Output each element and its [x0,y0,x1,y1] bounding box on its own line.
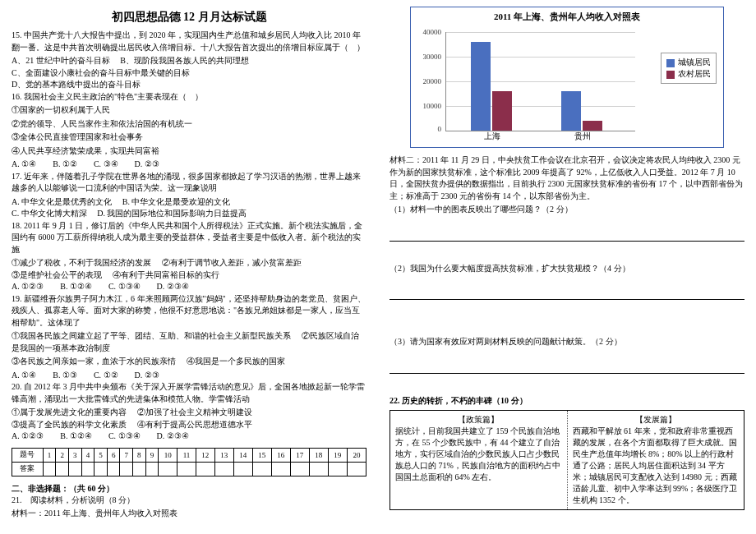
ytick-20000: 20000 [413,77,441,85]
q18-stem: 18. 2011 年 9 月 1 日，修订后的《中华人民共和国个人所得税法》正式… [12,220,366,256]
q21-material-2: 材料二：2011 年 11 月 29 日，中央扶贫工作会议在北京召开，会议决定将… [390,154,744,202]
q18-s4: ④有利于共同富裕目标的实行 [113,269,219,282]
q20-stem: 20. 自 2012 年 3 月中共中央颁布《关于深入开展学雷锋活动的意见》后，… [12,381,366,405]
ytick-10000: 10000 [413,102,441,110]
q19-s4: ④我国是一个多民族的国家 [187,357,285,366]
page-title: 初四思想品德 12 月月达标试题 [12,10,366,25]
chart-title: 2011 年上海、贵州年人均收入对照表 [411,7,723,25]
q15-opt-a: A、21 世纪中叶的奋斗目标 [12,55,110,67]
bar-guizhou-urban [561,91,581,131]
q19-opts: A. ①④ B. ①③ C. ①② D. ②③ [12,370,366,382]
answer-blank-line [390,363,744,374]
ytick-40000: 40000 [413,28,441,36]
answer-table: 题号 12345678910 11121314151617181920 答案 [12,448,366,476]
q18-opts: A. ①②③ B. ①②④ C. ①③④ D. ②③④ [12,281,366,293]
q15-opt-c: C、全面建设小康社会的奋斗目标中最关键的目标 [12,67,366,80]
q17-stem: 17. 近年来，伴随着孔子学院在世界各地的涌现，很多国家都掀起了学习汉语的热潮，… [12,171,366,195]
bar-shanghai-rural [492,91,512,131]
q16-s3: ③全体公民直接管理国家和社会事务 [12,131,366,144]
table-row: 题号 12345678910 11121314151617181920 [12,448,366,462]
q18-s1: ①减少了税收，不利于我国经济的发展 [12,257,151,269]
q20-s3: ③提高了全民族的科学文化素质 [12,419,127,431]
chart-income-comparison: 2011 年上海、贵州年人均收入对照表 40000 30000 20000 10… [410,7,724,148]
q21-sub-2: （2）我国为什么要大幅度提高扶贫标准，扩大扶贫规模？（4 分） [390,263,744,275]
q21-sub-3: （3）请为国家有效应对两则材料反映的问题献计献策。（2 分） [390,336,744,348]
section-2-heading: 二、非选择题：（共 60 分） [12,483,366,495]
q16-s2: ②党的领导、人民当家作主和依法治国的有机统一 [12,118,366,131]
answer-blank-line [390,231,744,242]
q17-opt-c: C. 中华文化博大精深 [12,208,87,220]
table-row: 答案 [12,462,366,476]
bar-shanghai-urban [471,42,491,131]
q17-opt-a: A. 中华文化是最优秀的文化 [12,196,112,209]
q22-stem: 22. 历史的转折，不朽的丰碑（10 分） [390,395,744,407]
q17-opt-b: B. 中华文化是最受欢迎的文化 [122,196,231,209]
chart-legend: 城镇居民 农村居民 [661,53,717,84]
legend-label-rural: 农村居民 [678,69,711,78]
q15-stem: 15. 中国共产党十八大报告中提出，到 2020 年，实现国内生产总值和城乡居民… [12,30,366,53]
q15-opt-d: D、党的基本路线中提出的奋斗目标 [12,79,366,91]
ytick-0: 0 [413,125,441,133]
xlabel-shanghai: 上海 [468,131,517,142]
ytick-30000: 30000 [413,53,441,61]
box-body-development: 西藏和平解放 61 年来，党和政府非常重视西藏的发展，在各个方面都取得了巨大成就… [573,426,740,506]
q21-material-1: 材料一：2011 年上海、贵州年人均收入对照表 [12,508,366,520]
box-head-development: 【发展篇】 [573,414,740,426]
q16-s4: ④人民共享经济繁荣成果，实现共同富裕 [12,145,366,158]
q17-opt-d: D. 我国的国际地位和国际影响力日益提高 [97,208,247,220]
q15-opt-b: B、现阶段我国各族人民的共同理想 [120,55,249,67]
q19-s3: ③各民族之间亲如一家，血浓于水的民族亲情 [12,357,176,366]
q18-s3: ③是维护社会公平的表现 [12,269,102,282]
legend-swatch-rural [666,71,675,79]
q16-stem: 16. 我国社会主义民主政治的"特色"主要表现在（ ） [12,91,366,104]
legend-swatch-urban [666,59,675,67]
xlabel-guizhou: 贵州 [558,131,607,142]
q18-s2: ②有利于调节收入差距，减小贫富差距 [162,257,302,269]
answer-row-label: 答案 [12,462,44,476]
q19-s1: ①我国各民族之间建立起了平等、团结、互助、和谐的社会主义新型民族关系 [12,331,291,340]
q20-s2: ②加强了社会主义精神文明建设 [137,407,252,419]
q16-s1: ①国家的一切权利属于人民 [12,104,366,117]
q21-sub-1: （1）材料一中的图表反映出了哪些问题？（2 分） [390,204,744,216]
box-head-policy: 【政策篇】 [395,414,562,426]
q20-s1: ①属于发展先进文化的重要内容 [12,407,127,419]
q19-stem: 19. 新疆维吾尔族男子阿力木江，6 年来照顾两位汉族"妈妈"，还坚持帮助身边的… [12,293,366,329]
chart-plot-area: 40000 30000 20000 10000 0 上海 贵州 [445,32,635,131]
legend-label-urban: 城镇居民 [678,58,711,67]
answer-header-label: 题号 [12,448,44,462]
box-body-policy: 据统计，目前我国共建立了 159 个民族自治地方，在 55 个少数民族中，有 4… [395,426,562,483]
bar-guizhou-rural [583,121,602,131]
q20-opts: A. ①②③ B. ①②④ C. ①③④ D. ②③④ [12,430,366,443]
q21-stem: 21. 阅读材料，分析说明（8 分） [12,495,366,507]
answer-blank-line [390,289,744,300]
q20-s4: ④有利于提高公民思想道德水平 [137,419,252,431]
q16-opts: A. ①④ B. ①② C. ③④ D. ②③ [12,159,366,171]
policy-development-box: 【政策篇】 据统计，目前我国共建立了 159 个民族自治地方，在 55 个少数民… [390,410,744,510]
